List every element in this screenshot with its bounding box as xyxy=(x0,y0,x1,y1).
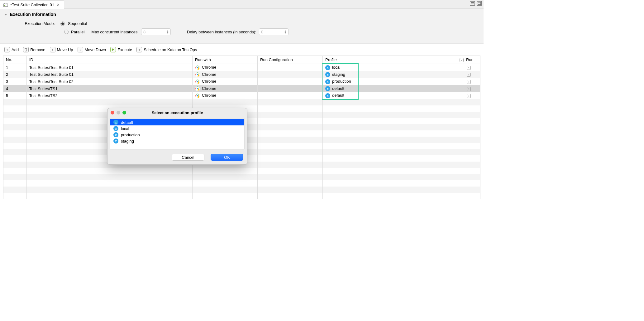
collapse-caret-icon[interactable]: ▼ xyxy=(4,13,7,16)
svg-point-6 xyxy=(197,67,198,68)
col-header-id[interactable]: ID xyxy=(26,56,192,64)
cell-id: Test Suites/TS1 xyxy=(26,85,192,92)
run-checkbox[interactable] xyxy=(467,80,471,84)
run-checkbox[interactable] xyxy=(467,87,471,91)
table-row-empty xyxy=(3,168,480,174)
cell-run-configuration[interactable] xyxy=(258,92,323,99)
profile-option-label: local xyxy=(121,126,129,131)
profile-option-label: production xyxy=(121,133,140,137)
execution-information-section: ▼ Execution Information Execution Mode: … xyxy=(0,9,484,44)
run-checkbox[interactable] xyxy=(467,94,471,98)
run-checkbox[interactable] xyxy=(467,66,471,70)
cell-run-with[interactable]: Chrome xyxy=(193,78,258,85)
close-icon[interactable]: ✕ xyxy=(56,3,60,7)
table-row[interactable]: 5Test Suites/TS2Chromexdefault xyxy=(3,92,480,99)
toolbar: ＋ Add Remove ↑ Move Up ↓ Move Down Execu… xyxy=(0,44,484,56)
cell-run-with[interactable]: Chrome xyxy=(193,71,258,78)
move-up-button[interactable]: ↑ Move Up xyxy=(50,47,73,52)
cell-run[interactable] xyxy=(457,85,480,92)
cell-run[interactable] xyxy=(457,78,480,85)
stepper-icon[interactable]: ▲▼ xyxy=(283,29,288,35)
cell-profile[interactable]: xdefault xyxy=(322,92,457,99)
variable-icon: x xyxy=(113,132,118,137)
variable-icon: x xyxy=(113,120,118,125)
cell-run[interactable] xyxy=(457,71,480,78)
run-checkbox[interactable] xyxy=(467,73,471,77)
profile-option[interactable]: xstaging xyxy=(110,138,244,144)
delay-input[interactable]: 0 ▲▼ xyxy=(259,28,289,35)
cell-profile[interactable]: xproduction xyxy=(322,78,457,85)
sequential-label: Sequential xyxy=(68,21,87,26)
svg-point-18 xyxy=(197,95,198,97)
cell-run-with[interactable]: Chrome xyxy=(193,92,258,99)
cell-run-configuration[interactable] xyxy=(258,85,323,92)
profile-list: xdefaultxlocalxproductionxstaging xyxy=(110,118,245,149)
svg-marker-3 xyxy=(112,48,114,51)
cell-run-with[interactable]: Chrome xyxy=(193,64,258,71)
profile-option[interactable]: xdefault xyxy=(110,119,244,125)
variable-icon: x xyxy=(325,93,330,98)
cell-id: Test Suites/Test Suite 01 xyxy=(26,64,192,71)
svg-point-12 xyxy=(197,81,198,82)
max-concurrent-input[interactable]: 8 ▲▼ xyxy=(141,28,171,35)
table-row[interactable]: 3Test Suites/Test Suite 02Chromexproduct… xyxy=(3,78,480,85)
cell-no: 5 xyxy=(3,92,26,99)
col-header-profile[interactable]: Profile xyxy=(322,56,457,64)
cell-no: 1 xyxy=(3,64,26,71)
variable-icon: x xyxy=(113,126,118,131)
cancel-button[interactable]: Cancel xyxy=(172,154,204,161)
tab-title: *Test Suite Collection 01 xyxy=(10,2,54,7)
col-header-run-with[interactable]: Run with xyxy=(193,56,258,64)
table-row-empty xyxy=(3,99,480,105)
cell-profile[interactable]: xstaging xyxy=(322,71,457,78)
cell-id: Test Suites/Test Suite 02 xyxy=(26,78,192,85)
move-down-button[interactable]: ↓ Move Down xyxy=(78,47,106,52)
cell-run-configuration[interactable] xyxy=(258,71,323,78)
editor-tab[interactable]: *Test Suite Collection 01 ✕ xyxy=(0,0,64,9)
minimize-icon[interactable] xyxy=(470,1,475,6)
delay-label: Delay between instances (in seconds): xyxy=(187,30,256,34)
profile-option-label: default xyxy=(121,120,133,125)
add-button[interactable]: ＋ Add xyxy=(4,47,19,52)
cell-no: 4 xyxy=(3,85,26,92)
cell-id: Test Suites/Test Suite 01 xyxy=(26,71,192,78)
table-row[interactable]: 4Test Suites/TS1Chromexdefault xyxy=(3,85,480,92)
table-row-empty xyxy=(3,180,480,187)
plus-icon: ＋ xyxy=(4,47,10,52)
test-suite-collection-icon xyxy=(3,2,8,8)
schedule-testops-button[interactable]: ＋ Schedule on Katalon TestOps xyxy=(136,47,197,52)
execute-button[interactable]: Execute xyxy=(110,47,132,52)
sequential-radio[interactable] xyxy=(60,22,65,26)
col-header-run-configuration[interactable]: Run Configuration xyxy=(258,56,323,64)
maximize-icon[interactable] xyxy=(477,1,482,6)
select-profile-dialog: Select an execution profile xdefaultxloc… xyxy=(107,108,247,165)
table-row[interactable]: 1Test Suites/Test Suite 01Chromexlocal xyxy=(3,64,480,71)
table-row-empty xyxy=(3,193,480,199)
arrow-down-icon: ↓ xyxy=(78,47,83,52)
svg-rect-1 xyxy=(4,3,7,4)
parallel-radio[interactable] xyxy=(64,30,69,34)
run-all-checkbox[interactable] xyxy=(460,58,464,62)
cell-run-with[interactable]: Chrome xyxy=(193,85,258,92)
ok-button[interactable]: OK xyxy=(211,154,243,161)
variable-icon: x xyxy=(325,72,330,77)
cell-run-configuration[interactable] xyxy=(258,64,323,71)
stepper-icon[interactable]: ▲▼ xyxy=(165,29,170,35)
cell-run-configuration[interactable] xyxy=(258,78,323,85)
cell-id: Test Suites/TS2 xyxy=(26,92,192,99)
parallel-label: Parallel xyxy=(71,30,84,34)
profile-option[interactable]: xlocal xyxy=(110,125,244,132)
remove-button[interactable]: Remove xyxy=(23,47,45,52)
profile-option[interactable]: xproduction xyxy=(110,132,244,138)
table-row[interactable]: 2Test Suites/Test Suite 01Chromexstaging xyxy=(3,71,480,78)
cell-profile[interactable]: xlocal xyxy=(322,64,457,71)
cell-run[interactable] xyxy=(457,92,480,99)
variable-icon: x xyxy=(325,65,330,70)
dialog-title: Select an execution profile xyxy=(107,110,247,115)
cell-no: 3 xyxy=(3,78,26,85)
cell-no: 2 xyxy=(3,71,26,78)
col-header-run[interactable]: Run xyxy=(457,56,480,64)
cell-run[interactable] xyxy=(457,64,480,71)
col-header-no[interactable]: No. xyxy=(3,56,26,64)
cell-profile[interactable]: xdefault xyxy=(322,85,457,92)
